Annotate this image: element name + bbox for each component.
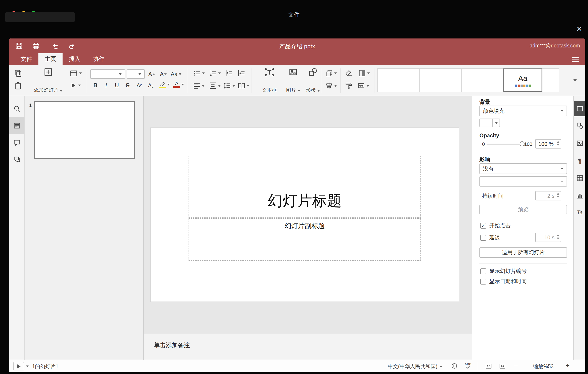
italic-button[interactable]: I bbox=[102, 81, 110, 90]
opacity-slider-track[interactable] bbox=[487, 143, 523, 144]
subscript-button[interactable]: A₂ bbox=[147, 81, 155, 90]
chat-icon[interactable] bbox=[9, 151, 25, 168]
paste-icon[interactable] bbox=[14, 82, 22, 89]
strikeout-button[interactable]: S bbox=[123, 81, 132, 90]
slide-title-placeholder[interactable]: 幻灯片标题 bbox=[189, 156, 421, 218]
change-case-button[interactable]: Aa bbox=[171, 70, 182, 79]
zoom-in-button[interactable]: + bbox=[566, 362, 570, 369]
language-selector[interactable]: 中文(中华人民共和国) bbox=[375, 363, 442, 370]
fit-to-width-icon[interactable] bbox=[499, 363, 506, 370]
delay-input[interactable]: 10 s bbox=[535, 233, 561, 242]
font-name-select[interactable] bbox=[90, 69, 125, 79]
horizontal-align-button[interactable] bbox=[193, 82, 205, 89]
insert-image-button[interactable]: 图片 bbox=[283, 67, 303, 93]
numbering-button[interactable] bbox=[209, 69, 221, 77]
tab-file[interactable]: 文件 bbox=[14, 53, 38, 65]
preview-button[interactable]: 预览 bbox=[479, 205, 567, 214]
background-label: 背景 bbox=[479, 99, 490, 106]
theme-option-selected[interactable]: Aa bbox=[503, 68, 542, 92]
delay-checkbox[interactable]: 延迟 bbox=[480, 234, 500, 242]
add-slide-button[interactable]: 添加幻灯片 bbox=[30, 67, 67, 93]
play-icon bbox=[17, 364, 21, 368]
theme-option[interactable] bbox=[542, 68, 559, 92]
increase-font-button[interactable]: A bbox=[147, 70, 156, 79]
shape-settings-icon[interactable] bbox=[574, 117, 585, 134]
apply-to-all-slides-button[interactable]: 适用于所有幻灯片 bbox=[479, 247, 567, 258]
columns-button[interactable] bbox=[238, 82, 249, 89]
account-label[interactable]: adm***@dootask.com bbox=[530, 43, 580, 48]
close-icon[interactable]: ✕ bbox=[576, 25, 582, 33]
hamburger-menu-icon[interactable] bbox=[572, 57, 579, 62]
chevron-down-icon[interactable] bbox=[26, 365, 29, 367]
slide-size-button[interactable] bbox=[357, 82, 369, 89]
opacity-value-input[interactable]: 100 % bbox=[535, 139, 561, 149]
editor-header: 产品介绍.pptx adm***@dootask.com bbox=[9, 38, 585, 53]
comments-icon[interactable] bbox=[9, 134, 25, 151]
slide[interactable]: 幻灯片标题 幻灯片副标题 bbox=[151, 128, 459, 302]
delay-label: 延迟 bbox=[489, 234, 500, 242]
shape-fill-button[interactable] bbox=[358, 69, 370, 77]
theme-option[interactable] bbox=[419, 68, 462, 92]
duration-input[interactable]: 2 s bbox=[535, 191, 561, 200]
image-settings-icon[interactable] bbox=[574, 135, 585, 152]
effect-type-select[interactable] bbox=[479, 176, 567, 187]
copy-style-icon[interactable] bbox=[345, 82, 353, 89]
insert-shape-button[interactable]: 形状 bbox=[303, 67, 323, 93]
slides-panel-icon[interactable] bbox=[9, 117, 25, 134]
zoom-out-button[interactable]: − bbox=[514, 362, 518, 369]
decrease-indent-icon[interactable] bbox=[225, 69, 233, 77]
line-spacing-button[interactable] bbox=[223, 82, 235, 89]
fit-to-slide-icon[interactable] bbox=[485, 363, 492, 370]
copy-icon[interactable] bbox=[14, 69, 22, 77]
increase-indent-icon[interactable] bbox=[238, 69, 245, 77]
theme-gallery-expand-button[interactable] bbox=[569, 68, 581, 92]
opacity-slider-knob[interactable] bbox=[520, 141, 525, 146]
tab-insert[interactable]: 插入 bbox=[63, 53, 87, 65]
highlighter-icon bbox=[159, 81, 166, 86]
tab-collaboration[interactable]: 协作 bbox=[87, 53, 111, 65]
spinner-arrows-icon[interactable] bbox=[557, 234, 559, 239]
slide-thumbnails-panel: 1 bbox=[25, 96, 144, 360]
font-color-button[interactable]: A bbox=[173, 81, 184, 88]
text-box-button[interactable]: 文本框 bbox=[257, 67, 282, 93]
vertical-align-button[interactable] bbox=[209, 82, 221, 89]
slide-thumbnail[interactable] bbox=[34, 101, 135, 159]
table-settings-icon[interactable] bbox=[574, 170, 585, 187]
spellcheck-icon[interactable]: ABC bbox=[465, 362, 471, 369]
superscript-button[interactable]: A² bbox=[135, 81, 143, 90]
set-language-icon[interactable] bbox=[451, 363, 458, 369]
highlight-color-button[interactable] bbox=[159, 81, 170, 88]
text-art-settings-icon[interactable]: Ta bbox=[574, 204, 585, 221]
notes-area[interactable]: 单击添加备注 bbox=[144, 334, 472, 360]
start-slideshow-button[interactable] bbox=[70, 82, 81, 89]
document-filename[interactable]: 产品介绍.pptx bbox=[9, 43, 585, 51]
start-on-click-checkbox[interactable]: ✓ 开始点击 bbox=[480, 222, 511, 230]
fill-color-picker[interactable] bbox=[479, 119, 500, 127]
theme-option[interactable] bbox=[377, 68, 420, 92]
slide-subtitle-placeholder[interactable]: 幻灯片副标题 bbox=[189, 218, 421, 261]
clear-style-icon[interactable] bbox=[345, 69, 353, 77]
tab-home[interactable]: 主页 bbox=[38, 53, 63, 65]
start-preview-button[interactable] bbox=[13, 362, 24, 370]
decrease-font-button[interactable]: A bbox=[159, 70, 168, 79]
spinner-arrows-icon[interactable] bbox=[557, 141, 559, 146]
arrange-shapes-button[interactable] bbox=[325, 69, 337, 77]
paragraph-settings-icon[interactable]: ¶ bbox=[574, 152, 585, 169]
bullets-button[interactable] bbox=[193, 69, 205, 77]
show-date-time-checkbox[interactable]: 显示日期和时间 bbox=[480, 278, 527, 286]
spinner-arrows-icon[interactable] bbox=[557, 193, 559, 198]
theme-option[interactable] bbox=[461, 68, 504, 92]
chart-settings-icon[interactable] bbox=[574, 187, 585, 204]
font-size-select[interactable] bbox=[127, 69, 145, 79]
align-shapes-button[interactable] bbox=[325, 82, 337, 89]
search-icon[interactable] bbox=[9, 100, 25, 117]
show-slide-number-checkbox[interactable]: 显示幻灯片编号 bbox=[480, 267, 527, 275]
theme-gallery: Aa bbox=[378, 68, 559, 92]
effect-select[interactable]: 没有 bbox=[479, 163, 567, 174]
bold-button[interactable]: B bbox=[91, 81, 100, 90]
underline-button[interactable]: U bbox=[113, 81, 121, 90]
slide-settings-icon[interactable] bbox=[574, 101, 585, 116]
opacity-value: 100 % bbox=[538, 141, 554, 147]
background-fill-select[interactable]: 颜色填充 bbox=[479, 106, 567, 116]
slide-layout-button[interactable] bbox=[70, 69, 82, 77]
